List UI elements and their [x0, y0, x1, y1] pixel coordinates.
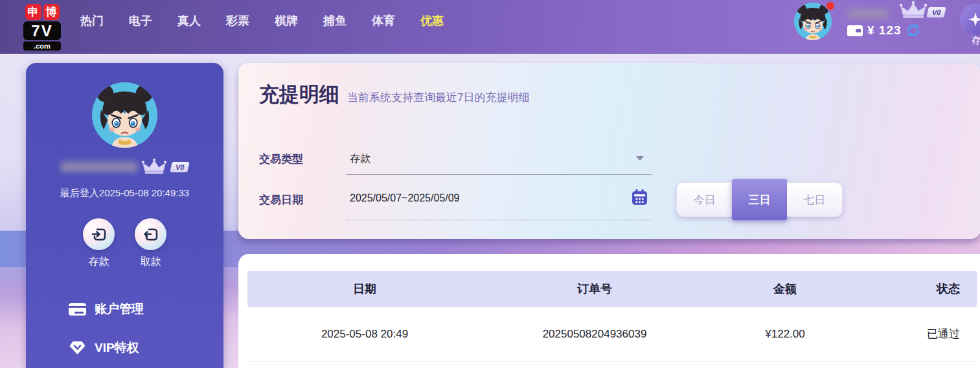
quick-deposit-button[interactable]	[960, 4, 980, 35]
crown-icon	[898, 1, 929, 20]
balance-amount: ¥ 123	[867, 23, 902, 38]
deposit-button[interactable]	[83, 218, 115, 250]
calendar-icon[interactable]	[631, 189, 648, 206]
sidebar-item-vip-privileges[interactable]: VIP特权	[69, 338, 211, 358]
wallet-icon	[847, 25, 863, 36]
transaction-type-label: 交易类型	[259, 152, 303, 167]
vip-level-badge: V0	[170, 162, 190, 172]
notification-dot	[826, 2, 834, 10]
withdraw-button[interactable]	[135, 218, 166, 250]
nav-item-cards[interactable]: 棋牌	[275, 13, 298, 29]
range-button-three-days[interactable]: 三日	[732, 179, 786, 220]
top-navigation-bar: 申 博 7V .com 热门 电子 真人 彩票 棋牌 捕鱼 体育 优惠	[0, 0, 980, 54]
date-range-button-group: 今日 三日 七日	[676, 182, 843, 217]
column-header-order-no: 订单号	[482, 281, 707, 297]
nav-item-lottery[interactable]: 彩票	[226, 13, 249, 29]
range-button-today[interactable]: 今日	[677, 183, 732, 216]
refresh-balance-icon[interactable]	[906, 23, 920, 38]
transaction-type-value[interactable]: 存款	[350, 152, 370, 166]
logo-name: 7V	[23, 21, 61, 40]
nav-item-slots[interactable]: 电子	[129, 13, 152, 29]
range-button-seven-days[interactable]: 七日	[787, 183, 842, 216]
vip-diamond-icon	[69, 340, 86, 356]
nav-item-promotions[interactable]: 优惠	[420, 13, 444, 29]
vip-level-badge: V0	[926, 7, 946, 17]
site-logo[interactable]: 申 博 7V .com	[23, 4, 61, 51]
sidebar-avatar	[92, 82, 157, 148]
profile-sidebar: V0 最后登入2025-05-08 20:49:33 存款 取款 账户管理 VI…	[26, 63, 223, 368]
page-subtitle: 当前系统支持查询最近7日的充提明细	[347, 90, 529, 105]
sidebar-item-label: 账户管理	[95, 301, 144, 317]
cell-status: 已通过	[863, 327, 977, 341]
sidebar-item-account-management[interactable]: 账户管理	[69, 299, 211, 319]
cell-amount: ¥122.00	[707, 328, 863, 341]
cell-order-no: 20250508204936039	[482, 328, 707, 341]
logo-badge-right: 博	[43, 4, 60, 20]
nav-item-sports[interactable]: 体育	[372, 13, 395, 29]
bank-card-icon	[69, 303, 86, 316]
sparkle-icon	[967, 11, 980, 28]
column-header-date: 日期	[247, 281, 482, 297]
transaction-date-value[interactable]: 2025/05/07~2025/05/09	[350, 192, 460, 204]
column-header-status: 状态	[863, 281, 977, 297]
chevron-down-icon[interactable]	[636, 156, 644, 161]
withdraw-icon	[142, 226, 159, 243]
records-table: 日期 订单号 金额 状态 2025-05-08 20:49 2025050820…	[247, 271, 977, 362]
filter-panel: 充提明细 当前系统支持查询最近7日的充提明细 交易类型 存款 交易日期 2025…	[238, 63, 980, 239]
sidebar-item-label: VIP特权	[95, 339, 139, 356]
deposit-label[interactable]: 存款	[83, 255, 115, 269]
logo-tld: .com	[23, 41, 61, 51]
table-header-row: 日期 订单号 金额 状态	[247, 271, 977, 307]
user-avatar[interactable]	[794, 3, 832, 40]
nav-item-live[interactable]: 真人	[177, 13, 201, 29]
logo-badge-left: 申	[25, 4, 41, 20]
username-blurred	[847, 9, 889, 19]
column-header-amount: 金额	[707, 281, 863, 297]
quick-deposit-label: 存	[972, 34, 980, 47]
avatar-character-illustration	[92, 82, 157, 148]
crown-icon	[141, 158, 167, 176]
page-title: 充提明细	[259, 81, 339, 108]
username-blurred	[61, 161, 137, 172]
avatar-character-illustration	[794, 3, 832, 40]
nav-item-fishing[interactable]: 捕鱼	[323, 13, 347, 29]
cell-date: 2025-05-08 20:49	[247, 328, 482, 341]
table-row: 2025-05-08 20:49 20250508204936039 ¥122.…	[247, 307, 977, 362]
last-login-text: 最后登入2025-05-08 20:49:33	[26, 187, 223, 200]
nav-item-hot[interactable]: 热门	[80, 13, 104, 29]
main-menu: 热门 电子 真人 彩票 棋牌 捕鱼 体育 优惠	[80, 0, 444, 41]
transaction-date-label: 交易日期	[259, 192, 303, 207]
transaction-type-select[interactable]	[346, 149, 652, 175]
records-panel: 日期 订单号 金额 状态 2025-05-08 20:49 2025050820…	[238, 254, 980, 368]
withdraw-label[interactable]: 取款	[135, 255, 166, 269]
deposit-icon	[91, 226, 108, 243]
